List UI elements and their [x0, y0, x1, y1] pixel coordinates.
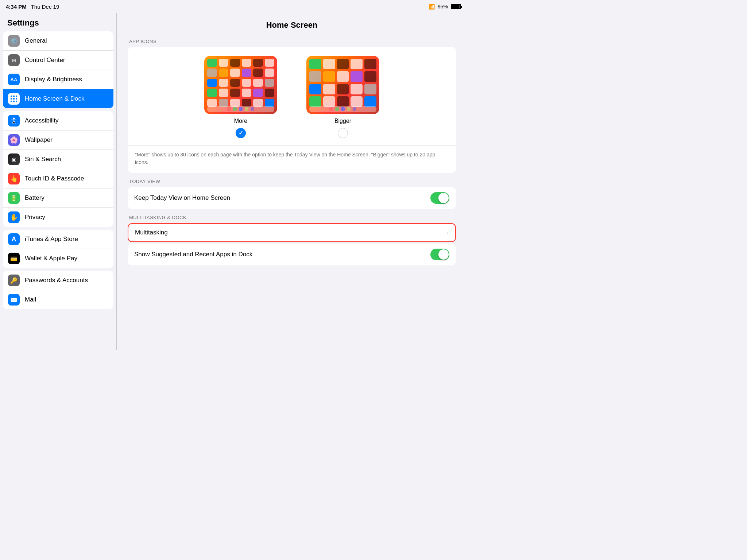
sidebar-item-siri[interactable]: ◉ Siri & Search	[3, 150, 113, 169]
more-option[interactable]: More	[204, 56, 277, 138]
svg-rect-0	[11, 96, 12, 97]
app-icons-card: More	[128, 47, 456, 173]
sidebar-item-general[interactable]: ⚙️ General	[3, 31, 113, 51]
wifi-icon: 📶	[429, 4, 435, 9]
detail-pane: Home Screen APP ICONS	[117, 13, 467, 350]
sidebar-item-battery[interactable]: 🔋 Battery	[3, 188, 113, 208]
toggle-thumb	[438, 193, 449, 203]
svg-rect-6	[11, 101, 12, 102]
sidebar: Settings ⚙️ General ⊞ Control Center AA …	[0, 13, 117, 350]
multitasking-row[interactable]: Multitasking ›	[128, 223, 456, 242]
bigger-app-grid	[309, 59, 376, 107]
sidebar-item-display[interactable]: AA Display & Brightness	[3, 70, 113, 89]
bigger-preview	[306, 56, 379, 114]
sidebar-title: Settings	[0, 13, 116, 31]
status-bar-right: 📶 95%	[429, 4, 461, 9]
today-view-card: Keep Today View on Home Screen	[128, 187, 456, 209]
sidebar-item-mail[interactable]: ✉️ Mail	[3, 290, 113, 309]
sidebar-item-privacy[interactable]: ✋ Privacy	[3, 208, 113, 227]
multitasking-section-label: MULTITASKING & DOCK	[129, 215, 456, 220]
sidebar-label-touchid: Touch ID & Passcode	[25, 175, 108, 182]
status-date: Thu Dec 19	[31, 4, 59, 10]
today-view-section-label: TODAY VIEW	[129, 179, 456, 184]
icons-row: More	[128, 47, 456, 145]
multitasking-label: Multitasking	[135, 229, 168, 236]
wallet-icon: 💳	[8, 253, 20, 264]
app-icons-description: "More" shows up to 30 icons on each page…	[128, 145, 456, 173]
touchid-icon: 👆	[8, 173, 20, 184]
show-suggested-card: Show Suggested and Recent Apps in Dock	[128, 244, 456, 265]
sidebar-label-wallet: Wallet & Apple Pay	[25, 255, 108, 262]
sidebar-group-1: ⚙️ General ⊞ Control Center AA Display &…	[3, 31, 113, 108]
sidebar-label-mail: Mail	[25, 296, 108, 303]
sidebar-item-passwords[interactable]: 🔑 Passwords & Accounts	[3, 271, 113, 290]
svg-rect-2	[16, 96, 17, 97]
display-icon: AA	[8, 74, 20, 85]
app-icons-section-label: APP ICONS	[129, 39, 456, 44]
sidebar-label-itunes: iTunes & App Store	[25, 236, 108, 243]
sidebar-item-itunes[interactable]: A iTunes & App Store	[3, 230, 113, 249]
bigger-option[interactable]: Bigger	[306, 56, 379, 138]
svg-point-9	[13, 118, 15, 120]
sidebar-label-siri: Siri & Search	[25, 156, 108, 163]
siri-icon: ◉	[8, 153, 20, 165]
more-dock	[207, 106, 274, 112]
accessibility-icon	[8, 115, 20, 127]
more-label: More	[234, 118, 247, 124]
svg-rect-3	[11, 98, 12, 100]
battery-sidebar-icon: 🔋	[8, 192, 20, 204]
bigger-radio[interactable]	[338, 128, 348, 138]
more-app-grid	[207, 59, 274, 107]
sidebar-group-4: 🔑 Passwords & Accounts ✉️ Mail	[3, 271, 113, 309]
more-radio[interactable]	[236, 128, 246, 138]
status-bar: 4:34 PM Thu Dec 19 📶 95%	[0, 0, 467, 13]
sidebar-item-home-screen[interactable]: Home Screen & Dock	[3, 89, 113, 108]
keep-today-view-toggle[interactable]	[430, 192, 449, 204]
svg-rect-5	[16, 98, 17, 100]
status-time: 4:34 PM	[6, 4, 27, 10]
show-suggested-toggle[interactable]	[430, 249, 449, 260]
sidebar-label-general: General	[25, 37, 108, 44]
bigger-dock	[309, 106, 376, 112]
battery-icon	[451, 4, 461, 9]
show-suggested-label: Show Suggested and Recent Apps in Dock	[134, 251, 252, 258]
keep-today-view-row: Keep Today View on Home Screen	[128, 187, 456, 209]
keep-today-view-label: Keep Today View on Home Screen	[134, 194, 230, 202]
bigger-label: Bigger	[334, 118, 351, 124]
sidebar-item-accessibility[interactable]: Accessibility	[3, 111, 113, 131]
more-preview	[204, 56, 277, 114]
mail-icon: ✉️	[8, 294, 20, 306]
general-icon: ⚙️	[8, 35, 20, 47]
sidebar-label-wallpaper: Wallpaper	[25, 136, 108, 144]
passwords-icon: 🔑	[8, 275, 20, 286]
sidebar-item-touchid[interactable]: 👆 Touch ID & Passcode	[3, 169, 113, 188]
svg-rect-1	[13, 96, 15, 97]
sidebar-group-3: A iTunes & App Store 💳 Wallet & Apple Pa…	[3, 230, 113, 268]
main-layout: Settings ⚙️ General ⊞ Control Center AA …	[0, 13, 467, 350]
sidebar-label-accessibility: Accessibility	[25, 117, 108, 124]
sidebar-group-2: Accessibility 🌸 Wallpaper ◉ Siri & Searc…	[3, 111, 113, 227]
home-screen-icon	[8, 93, 20, 105]
sidebar-item-wallpaper[interactable]: 🌸 Wallpaper	[3, 131, 113, 150]
svg-rect-7	[13, 101, 15, 102]
sidebar-label-display: Display & Brightness	[25, 76, 108, 83]
toggle-thumb-2	[438, 249, 449, 260]
control-center-icon: ⊞	[8, 54, 20, 66]
show-suggested-row: Show Suggested and Recent Apps in Dock	[128, 244, 456, 265]
battery-percent: 95%	[438, 4, 448, 9]
sidebar-label-battery: Battery	[25, 194, 108, 202]
sidebar-label-privacy: Privacy	[25, 214, 108, 221]
detail-title: Home Screen	[128, 20, 456, 30]
itunes-icon: A	[8, 233, 20, 245]
svg-rect-4	[13, 98, 15, 100]
sidebar-label-passwords: Passwords & Accounts	[25, 277, 108, 284]
sidebar-item-wallet[interactable]: 💳 Wallet & Apple Pay	[3, 249, 113, 268]
privacy-icon: ✋	[8, 211, 20, 223]
multitasking-chevron: ›	[447, 229, 449, 236]
sidebar-item-control-center[interactable]: ⊞ Control Center	[3, 51, 113, 70]
svg-rect-8	[16, 101, 17, 102]
wallpaper-icon: 🌸	[8, 134, 20, 146]
sidebar-label-control-center: Control Center	[25, 57, 108, 64]
sidebar-label-home-screen: Home Screen & Dock	[25, 95, 108, 102]
